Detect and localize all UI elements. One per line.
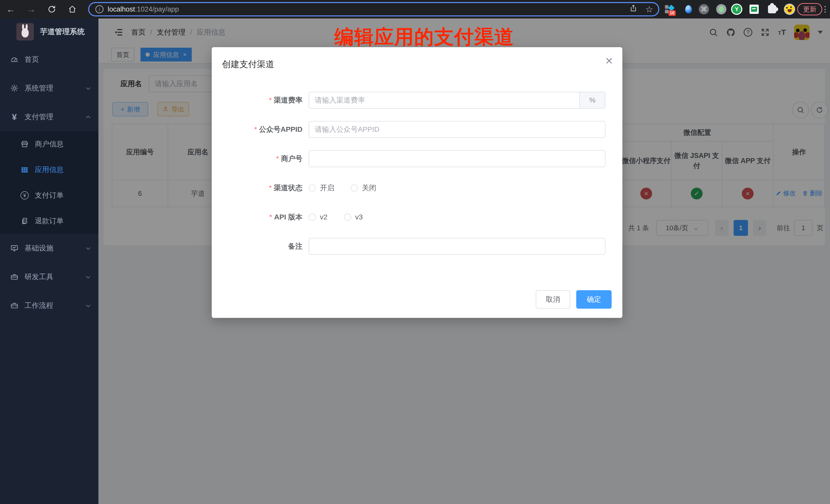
screen: ← → i localhost:1024/pay/app ☆ 10 ⌘ Y xyxy=(0,0,830,504)
cancel-button[interactable]: 取消 xyxy=(536,290,570,309)
extension-command-icon[interactable]: ⌘ xyxy=(698,3,710,15)
chevron-down-icon xyxy=(85,303,91,309)
browser-home-icon[interactable] xyxy=(65,0,79,19)
merchant-input[interactable] xyxy=(309,150,605,167)
radio-circle-icon xyxy=(309,184,316,191)
app-title: 芋道管理系统 xyxy=(40,27,85,37)
workflow-icon xyxy=(10,302,19,310)
sidebar-item-refund-order[interactable]: 退款订单 xyxy=(0,208,98,234)
field-label-rate: 渠道费率 xyxy=(212,95,309,105)
site-info-icon[interactable]: i xyxy=(95,5,103,13)
url-path: :1024/pay/app xyxy=(135,5,179,13)
red-annotation-text: 编辑应用的支付渠道 xyxy=(334,24,514,51)
grid-icon xyxy=(21,166,29,174)
sidebar-item-home[interactable]: 首页 xyxy=(0,45,98,74)
api-radio-v2[interactable]: v2 xyxy=(309,213,328,221)
extension-balloon-icon[interactable] xyxy=(682,3,695,15)
create-pay-channel-dialog: 创建支付渠道 ✕ 渠道费率 % 公众号APPID 商户号 xyxy=(212,47,622,318)
sidebar-item-infrastructure[interactable]: 基础设施 xyxy=(0,234,98,262)
refund-order-icon xyxy=(21,217,29,225)
sidebar-item-app-info[interactable]: 应用信息 xyxy=(0,157,98,183)
browser-forward-icon[interactable]: → xyxy=(24,0,38,19)
extension-chat-icon[interactable] xyxy=(748,3,760,15)
chevron-down-icon xyxy=(85,85,91,91)
extension-tag-manager-icon[interactable]: 10 xyxy=(663,3,676,15)
yen-icon: ¥ xyxy=(10,113,19,121)
dialog-close-icon[interactable]: ✕ xyxy=(605,55,613,67)
appid-input[interactable] xyxy=(309,121,605,138)
radio-circle-icon xyxy=(309,214,316,221)
extension-recorder-icon[interactable] xyxy=(715,3,728,15)
confirm-button[interactable]: 确定 xyxy=(576,290,612,309)
browser-reload-icon[interactable] xyxy=(44,0,59,19)
field-label-status: 渠道状态 xyxy=(212,183,309,193)
field-label-appid: 公众号APPID xyxy=(212,125,309,134)
sidebar-item-workflow[interactable]: 工作流程 xyxy=(0,291,98,320)
sidebar: 芋道管理系统 首页 系统管理 ¥ 支付管理 xyxy=(0,19,98,504)
radio-circle-icon xyxy=(344,214,351,221)
field-label-merchant: 商户号 xyxy=(212,154,309,163)
extension-y-icon[interactable]: Y xyxy=(731,3,743,15)
sidebar-item-merchant-info[interactable]: 商户信息 xyxy=(0,131,98,157)
chevron-down-icon xyxy=(85,245,91,251)
bookmark-star-icon[interactable]: ☆ xyxy=(645,4,653,14)
status-radio-closed[interactable]: 关闭 xyxy=(351,183,376,193)
url-host: localhost xyxy=(108,5,135,13)
url-text[interactable]: localhost:1024/pay/app xyxy=(108,5,179,13)
sidebar-item-system[interactable]: 系统管理 xyxy=(0,74,98,102)
dev-tools-icon xyxy=(10,273,19,281)
sidebar-item-pay-order[interactable]: ¥ 支付订单 xyxy=(0,183,98,208)
extension-badge: 10 xyxy=(669,10,676,16)
field-label-remark: 备注 xyxy=(212,242,309,251)
chevron-up-icon xyxy=(85,114,91,120)
browser-profile-avatar[interactable] xyxy=(784,3,796,15)
status-radio-open[interactable]: 开启 xyxy=(309,183,334,193)
browser-menu-icon[interactable]: ⋮ xyxy=(821,3,829,15)
browser-toolbar: ← → i localhost:1024/pay/app ☆ 10 ⌘ Y xyxy=(0,0,830,19)
sidebar-pay-submenu: 商户信息 应用信息 ¥ 支付订单 退款订单 xyxy=(0,131,98,234)
dashboard-icon xyxy=(10,55,19,64)
field-label-api-version: API 版本 xyxy=(212,212,309,222)
dialog-title: 创建支付渠道 xyxy=(222,58,274,70)
sidebar-item-dev-tools[interactable]: 研发工具 xyxy=(0,262,98,291)
extensions-puzzle-icon[interactable] xyxy=(766,3,778,15)
remark-input[interactable] xyxy=(309,238,605,255)
radio-circle-icon xyxy=(351,184,358,191)
chevron-down-icon xyxy=(85,274,91,280)
app-logo xyxy=(17,23,34,40)
app-logo-row[interactable]: 芋道管理系统 xyxy=(0,19,98,45)
browser-back-icon[interactable]: ← xyxy=(4,0,18,19)
address-bar[interactable]: i localhost:1024/pay/app ☆ xyxy=(88,2,659,17)
sidebar-menu: 首页 系统管理 ¥ 支付管理 xyxy=(0,45,98,320)
percent-suffix: % xyxy=(579,92,605,109)
rate-input[interactable] xyxy=(309,92,579,109)
infra-icon xyxy=(10,244,19,252)
gear-icon xyxy=(10,84,19,92)
sidebar-item-pay[interactable]: ¥ 支付管理 xyxy=(0,102,98,131)
pay-order-icon: ¥ xyxy=(21,191,29,199)
share-icon[interactable] xyxy=(630,4,637,14)
api-radio-v3[interactable]: v3 xyxy=(344,213,363,221)
browser-update-button[interactable]: 更新 xyxy=(797,3,822,15)
shop-icon xyxy=(21,140,29,148)
